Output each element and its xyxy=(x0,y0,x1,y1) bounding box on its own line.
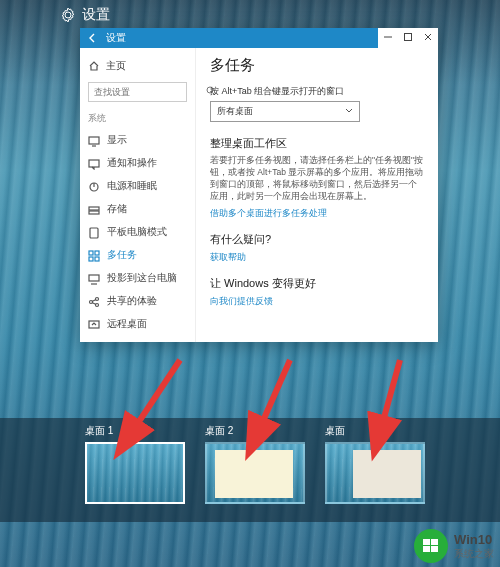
sidebar-item-multitask[interactable]: 多任务 xyxy=(80,244,195,267)
watermark: Win10 系统之家 xyxy=(414,529,494,563)
virtual-desktop-thumb[interactable] xyxy=(85,442,185,504)
settings-window: 设置 主页 系统 显示 通知和操作 xyxy=(80,28,438,342)
alt-tab-value: 所有桌面 xyxy=(217,105,253,118)
storage-icon xyxy=(88,204,100,216)
content-pane: 多任务 按 Alt+Tab 组合键显示打开的窗口 所有桌面 整理桌面工作区 若要… xyxy=(196,48,438,342)
notifications-icon xyxy=(88,158,100,170)
background-window-title: 设置 xyxy=(60,6,110,24)
remote-icon xyxy=(88,319,100,331)
virtual-desktop-thumb[interactable] xyxy=(205,442,305,504)
share-icon xyxy=(88,296,100,308)
svg-rect-12 xyxy=(89,275,99,281)
improve-title: 让 Windows 变得更好 xyxy=(210,276,424,291)
arrange-desc: 若要打开多任务视图，请选择任务栏上的"任务视图"按钮，或者按 Alt+Tab 显… xyxy=(210,155,424,203)
svg-rect-23 xyxy=(431,546,438,552)
svg-rect-21 xyxy=(431,539,438,545)
virtual-desktop-label: 桌面 xyxy=(325,424,425,438)
svg-rect-20 xyxy=(423,539,430,545)
sidebar-item-label: 显示 xyxy=(107,134,127,147)
alt-tab-select[interactable]: 所有桌面 xyxy=(210,101,360,122)
project-icon xyxy=(88,273,100,285)
arrange-link[interactable]: 借助多个桌面进行多任务处理 xyxy=(210,207,424,220)
chevron-down-icon xyxy=(345,107,353,117)
multitask-icon xyxy=(88,250,100,262)
sidebar-item-power[interactable]: 电源和睡眠 xyxy=(80,175,195,198)
sidebar: 主页 系统 显示 通知和操作 电源和睡眠 存储 xyxy=(80,48,196,342)
svg-rect-7 xyxy=(90,228,98,238)
question-title: 有什么疑问? xyxy=(210,232,424,247)
window-title: 设置 xyxy=(106,31,126,45)
improve-link[interactable]: 向我们提供反馈 xyxy=(210,295,424,308)
sidebar-item-label: 投影到这台电脑 xyxy=(107,272,177,285)
sidebar-home[interactable]: 主页 xyxy=(80,54,195,78)
title-bar[interactable]: 设置 xyxy=(80,28,438,48)
virtual-desktop-label: 桌面 2 xyxy=(205,424,305,438)
gear-icon xyxy=(60,7,76,23)
sidebar-item-label: 存储 xyxy=(107,203,127,216)
svg-rect-5 xyxy=(89,207,99,210)
sidebar-item-label: 电源和睡眠 xyxy=(107,180,157,193)
sidebar-item-label: 通知和操作 xyxy=(107,157,157,170)
sidebar-item-notifications[interactable]: 通知和操作 xyxy=(80,152,195,175)
svg-rect-2 xyxy=(89,137,99,144)
sidebar-item-label: 多任务 xyxy=(107,249,137,262)
question-link[interactable]: 获取帮助 xyxy=(210,251,424,264)
sidebar-item-display[interactable]: 显示 xyxy=(80,129,195,152)
svg-rect-16 xyxy=(89,321,99,328)
nav-group-label: 系统 xyxy=(80,108,195,129)
svg-rect-8 xyxy=(89,251,93,255)
sidebar-item-tablet[interactable]: 平板电脑模式 xyxy=(80,221,195,244)
svg-rect-11 xyxy=(95,257,99,261)
sidebar-home-label: 主页 xyxy=(106,59,126,73)
watermark-big: Win10 xyxy=(454,533,494,547)
sidebar-item-remote[interactable]: 远程桌面 xyxy=(80,313,195,336)
virtual-desktop-thumb[interactable] xyxy=(325,442,425,504)
display-icon xyxy=(88,135,100,147)
arrange-title: 整理桌面工作区 xyxy=(210,136,424,151)
maximize-button[interactable] xyxy=(398,28,418,46)
task-view-bar: 桌面 1 桌面 2 桌面 xyxy=(0,418,500,522)
sidebar-item-storage[interactable]: 存储 xyxy=(80,198,195,221)
tablet-icon xyxy=(88,227,100,239)
svg-rect-3 xyxy=(89,160,99,167)
svg-rect-10 xyxy=(89,257,93,261)
sidebar-item-label: 远程桌面 xyxy=(107,318,147,331)
alt-tab-label: 按 Alt+Tab 组合键显示打开的窗口 xyxy=(210,85,424,98)
close-button[interactable] xyxy=(418,28,438,46)
search-input[interactable] xyxy=(94,87,206,97)
sidebar-item-label: 平板电脑模式 xyxy=(107,226,167,239)
watermark-small: 系统之家 xyxy=(454,548,494,559)
virtual-desktop-3[interactable]: 桌面 xyxy=(325,424,425,522)
search-box[interactable] xyxy=(88,82,187,102)
sidebar-item-label: 共享的体验 xyxy=(107,295,157,308)
svg-rect-0 xyxy=(405,34,412,41)
virtual-desktop-1[interactable]: 桌面 1 xyxy=(85,424,185,522)
page-title: 多任务 xyxy=(210,56,424,75)
svg-rect-9 xyxy=(95,251,99,255)
sidebar-item-project[interactable]: 投影到这台电脑 xyxy=(80,267,195,290)
home-icon xyxy=(88,60,100,72)
sidebar-item-shared[interactable]: 共享的体验 xyxy=(80,290,195,313)
virtual-desktop-2[interactable]: 桌面 2 xyxy=(205,424,305,522)
watermark-logo xyxy=(414,529,448,563)
back-button[interactable] xyxy=(84,29,102,47)
svg-rect-22 xyxy=(423,546,430,552)
virtual-desktop-label: 桌面 1 xyxy=(85,424,185,438)
power-icon xyxy=(88,181,100,193)
minimize-button[interactable] xyxy=(378,28,398,46)
svg-rect-6 xyxy=(89,211,99,214)
